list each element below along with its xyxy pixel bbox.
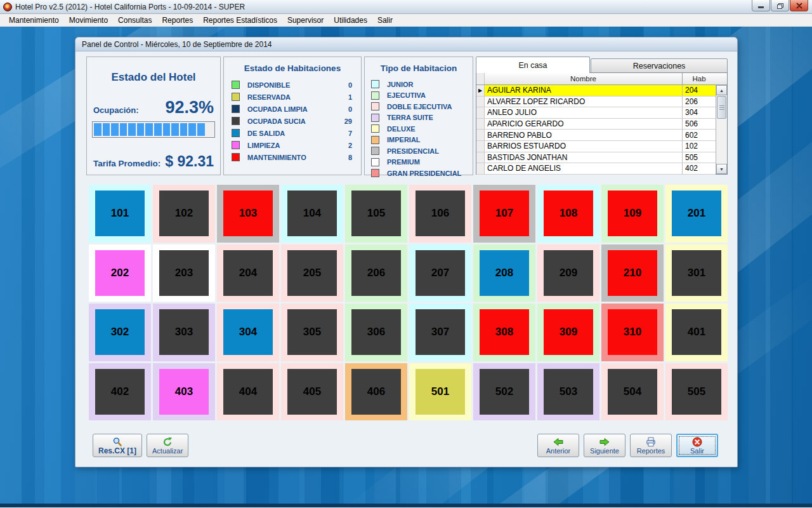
room-206[interactable]: 206 (345, 244, 407, 302)
room-status-fill: 105 (351, 190, 400, 236)
room-310[interactable]: 310 (601, 304, 664, 361)
menu-mantenimiento[interactable]: Mantenimiento (4, 15, 64, 26)
siguiente-button[interactable]: Siguiente (584, 434, 625, 457)
presidencial-color-swatch (371, 147, 379, 155)
room-status-fill: 203 (159, 250, 208, 296)
room-201[interactable]: 201 (665, 185, 728, 243)
occupancy-label: Ocupación: (93, 105, 139, 115)
room-502[interactable]: 502 (473, 363, 535, 421)
guest-tabs: En casa Reservaciones (476, 57, 728, 73)
room-number: 104 (303, 207, 321, 220)
room-109[interactable]: 109 (601, 185, 664, 243)
room-406[interactable]: 406 (345, 363, 407, 421)
legend-item-junior: JUNIOR (365, 79, 473, 90)
room-303[interactable]: 303 (153, 304, 215, 361)
room-210[interactable]: 210 (601, 244, 664, 302)
room-202[interactable]: 202 (89, 244, 151, 302)
guest-name: CARLO DE ANGELIS (485, 163, 682, 174)
guest-row-alvarez-lopez-ricardo[interactable]: ALVAREZ LOPEZ RICARDO206 (476, 97, 716, 108)
room-305[interactable]: 305 (281, 304, 343, 361)
room-302[interactable]: 302 (89, 304, 151, 361)
room-306[interactable]: 306 (345, 304, 407, 361)
legend-item-presidencial: PRESIDENCIAL (365, 145, 473, 157)
room-504[interactable]: 504 (601, 363, 664, 421)
guest-row-aparicio-gerardo[interactable]: APARICIO GERARDO506 (476, 119, 716, 130)
room-number: 401 (688, 326, 705, 338)
guest-room: 402 (682, 163, 716, 174)
room-106[interactable]: 106 (409, 185, 471, 243)
room-number: 405 (303, 385, 321, 398)
guest-row-barrios-estuardo[interactable]: BARRIOS ESTUARDO102 (476, 141, 716, 152)
room-number: 403 (175, 385, 193, 398)
menu-movimiento[interactable]: Movimiento (64, 15, 113, 26)
menu-supervisor[interactable]: Supervisor (282, 15, 329, 26)
room-number: 301 (688, 267, 705, 279)
legend-label: PREMIUM (387, 158, 464, 166)
guest-row-barreno-pablo[interactable]: BARRENO PABLO602 (476, 130, 716, 141)
room-307[interactable]: 307 (409, 304, 471, 361)
room-404[interactable]: 404 (217, 363, 279, 421)
tab-reservaciones[interactable]: Reservaciones (591, 58, 728, 73)
scroll-up-button[interactable]: ▲ (716, 85, 727, 95)
progress-segment (94, 123, 102, 136)
legend-item-disponible: DISPONIBLE0 (224, 79, 361, 91)
scroll-down-button[interactable]: ▼ (716, 164, 727, 174)
room-status-fill: 107 (480, 190, 528, 236)
row-selector-header (476, 73, 485, 84)
desktop-background: Panel de Control - Miércoles, 10 de Sept… (0, 27, 812, 507)
room-402[interactable]: 402 (89, 363, 151, 421)
room-301[interactable]: 301 (665, 244, 728, 302)
room-108[interactable]: 108 (537, 185, 599, 243)
salir-button[interactable]: Salir (676, 434, 718, 457)
close-button[interactable] (790, 0, 808, 11)
room-203[interactable]: 203 (153, 244, 215, 302)
room-505[interactable]: 505 (665, 363, 728, 421)
room-107[interactable]: 107 (473, 185, 535, 243)
tab-en-casa[interactable]: En casa (476, 57, 590, 73)
room-308[interactable]: 308 (473, 304, 535, 361)
restore-button[interactable] (771, 0, 789, 11)
res-cx-1-button[interactable]: Res.CX [1] (93, 434, 142, 457)
guest-row-anleo-julio[interactable]: ANLEO JULIO304 (476, 107, 716, 119)
menu-consultas[interactable]: Consultas (113, 15, 157, 26)
room-104[interactable]: 104 (281, 185, 343, 243)
menu-reportes-estad-sticos[interactable]: Reportes Estadísticos (198, 15, 282, 26)
mantenimiento-color-swatch (232, 153, 240, 161)
guest-row-carlo-de-angelis[interactable]: CARLO DE ANGELIS402 (476, 163, 716, 175)
menu-reportes[interactable]: Reportes (157, 15, 198, 26)
menu-salir[interactable]: Salir (372, 15, 398, 26)
room-207[interactable]: 207 (409, 244, 471, 302)
room-403[interactable]: 403 (153, 363, 215, 421)
menu-utilidades[interactable]: Utilidades (329, 15, 372, 26)
guest-row-aguilar-karina[interactable]: ▶AGUILAR KARINA204 (476, 85, 716, 97)
terra-suite-color-swatch (371, 114, 379, 122)
room-501[interactable]: 501 (409, 363, 471, 421)
room-102[interactable]: 102 (153, 185, 215, 243)
scrollbar-thumb[interactable] (717, 96, 726, 119)
legend-item-terra-suite: TERRA SUITE (365, 112, 473, 124)
room-401[interactable]: 401 (665, 304, 728, 361)
room-209[interactable]: 209 (537, 244, 599, 302)
room-205[interactable]: 205 (281, 244, 343, 302)
room-204[interactable]: 204 (217, 244, 279, 302)
actualizar-button[interactable]: Actualizar (147, 434, 188, 457)
room-101[interactable]: 101 (89, 185, 151, 243)
room-status-fill: 202 (95, 250, 144, 296)
room-405[interactable]: 405 (281, 363, 343, 421)
room-number: 101 (111, 207, 129, 220)
room-304[interactable]: 304 (217, 304, 279, 361)
room-503[interactable]: 503 (537, 363, 599, 421)
guest-row-bastidas-jonathan[interactable]: BASTIDAS JONATHAN505 (476, 152, 716, 164)
average-rate-value: $ 92.31 (165, 153, 214, 170)
guest-table-scrollbar[interactable]: ▲ ▼ (716, 85, 727, 174)
scrollbar-track[interactable] (716, 119, 727, 164)
room-number: 203 (175, 267, 193, 279)
room-103[interactable]: 103 (217, 185, 279, 243)
minimize-button[interactable] (752, 0, 770, 11)
room-208[interactable]: 208 (473, 244, 535, 302)
menu-bar: MantenimientoMovimientoConsultasReportes… (0, 14, 812, 27)
room-105[interactable]: 105 (345, 185, 407, 243)
room-309[interactable]: 309 (537, 304, 599, 361)
reportes-button[interactable]: Reportes (630, 434, 672, 457)
anterior-button[interactable]: Anterior (537, 434, 579, 457)
